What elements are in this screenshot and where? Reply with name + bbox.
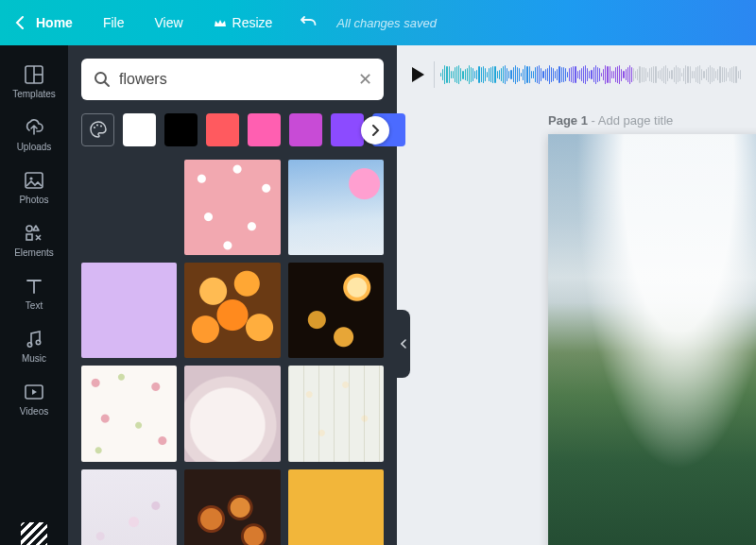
file-menu[interactable]: File — [88, 15, 140, 30]
side-panel: ✕ — [68, 45, 397, 545]
rail-label: Uploads — [17, 142, 52, 152]
elements-icon — [24, 223, 44, 244]
side-rail: Templates Uploads Photos Elements Text M… — [0, 45, 68, 545]
photo-result[interactable] — [184, 366, 280, 461]
rail-templates[interactable]: Templates — [0, 55, 68, 108]
photo-result[interactable] — [81, 366, 177, 461]
swatch-magenta[interactable] — [289, 113, 322, 146]
photo-result[interactable] — [184, 469, 280, 545]
view-menu[interactable]: View — [139, 15, 198, 30]
page-viewport: Page 1 - Add page title — [397, 96, 756, 545]
rail-label: Text — [26, 300, 43, 311]
search-input[interactable] — [119, 71, 358, 88]
resize-label: Resize — [232, 15, 273, 30]
home-button[interactable]: Home — [28, 15, 88, 30]
results-grid — [81, 160, 384, 545]
rail-label: Templates — [12, 89, 56, 99]
play-button[interactable] — [412, 67, 424, 82]
back-icon[interactable] — [11, 16, 28, 29]
color-filter-row — [81, 113, 384, 146]
swatches-next-button[interactable] — [361, 116, 389, 145]
rail-label: Elements — [14, 247, 54, 258]
canvas-area: Page 1 - Add page title — [397, 45, 756, 545]
audio-waveform[interactable] — [434, 61, 741, 88]
resize-button[interactable]: Resize — [198, 15, 288, 30]
photos-icon — [24, 170, 44, 191]
photo-result[interactable] — [184, 263, 280, 358]
svg-line-11 — [105, 82, 109, 86]
svg-point-14 — [100, 126, 102, 128]
page-label[interactable]: Page 1 - Add page title — [548, 113, 673, 128]
canvas-page-content[interactable] — [548, 134, 756, 545]
undo-button[interactable] — [301, 14, 318, 31]
palette-icon — [89, 120, 108, 139]
rail-label: Videos — [20, 406, 48, 417]
search-bar: ✕ — [81, 59, 384, 100]
svg-rect-6 — [26, 234, 32, 240]
photo-result[interactable] — [288, 469, 384, 545]
photo-result[interactable] — [288, 263, 384, 358]
templates-icon — [24, 64, 44, 85]
svg-point-12 — [94, 127, 95, 128]
swatch-pink[interactable] — [248, 113, 281, 146]
rail-label: Music — [22, 353, 46, 364]
uploads-icon — [24, 117, 44, 138]
photo-result[interactable] — [81, 469, 177, 545]
rail-label: Photos — [19, 195, 48, 205]
svg-rect-3 — [26, 173, 43, 188]
swatch-white[interactable] — [123, 113, 156, 146]
rail-videos[interactable]: Videos — [0, 372, 68, 425]
svg-point-8 — [36, 340, 40, 344]
crown-icon — [214, 16, 227, 29]
text-icon — [24, 276, 44, 297]
clear-search-button[interactable]: ✕ — [358, 69, 372, 90]
rail-photos[interactable]: Photos — [0, 161, 68, 213]
stripes-icon — [21, 522, 47, 545]
photo-result[interactable] — [81, 160, 177, 255]
photo-result[interactable] — [184, 160, 280, 255]
svg-point-5 — [26, 226, 32, 231]
music-icon — [24, 329, 44, 349]
photo-result[interactable] — [288, 366, 384, 461]
rail-elements[interactable]: Elements — [0, 213, 68, 266]
search-icon — [93, 70, 112, 89]
page-title-placeholder: Add page title — [598, 113, 674, 128]
svg-point-13 — [96, 125, 98, 127]
rail-music[interactable]: Music — [0, 319, 68, 372]
rail-uploads[interactable]: Uploads — [0, 108, 68, 161]
photo-result[interactable] — [288, 160, 384, 255]
svg-point-7 — [27, 342, 31, 346]
svg-point-4 — [29, 177, 32, 179]
page-number: Page 1 — [548, 113, 588, 128]
swatch-purple[interactable] — [331, 113, 364, 146]
color-picker-swatch[interactable] — [81, 113, 114, 146]
chevron-right-icon — [370, 125, 380, 136]
top-bar: Home File View Resize All changes saved — [0, 0, 756, 45]
swatch-coral[interactable] — [206, 113, 239, 146]
save-status: All changes saved — [336, 16, 437, 30]
photo-result[interactable] — [81, 263, 177, 358]
swatch-black[interactable] — [164, 113, 198, 146]
audio-timeline — [412, 57, 741, 93]
videos-icon — [24, 382, 44, 402]
rail-text[interactable]: Text — [0, 266, 68, 319]
rail-more[interactable] — [0, 517, 68, 545]
